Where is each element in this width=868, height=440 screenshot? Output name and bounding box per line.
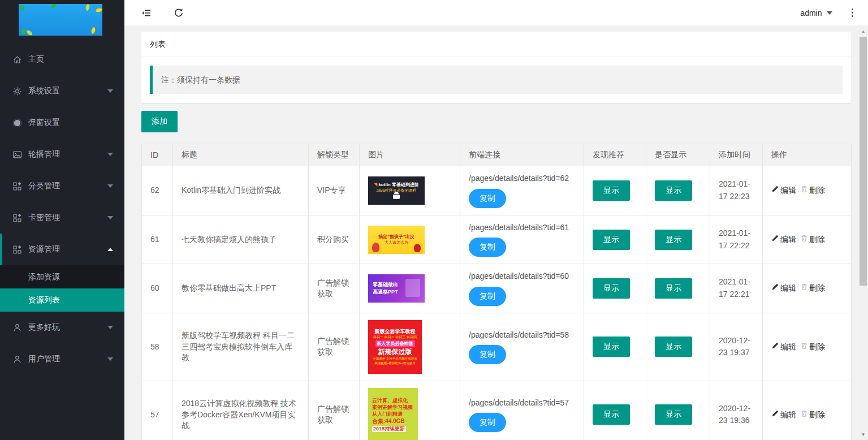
edit-button[interactable]: 编辑 [771, 409, 796, 421]
kotlin-course-cover: kotlin 零基础到进阶Java程序员必备的课程 [368, 176, 425, 205]
unlock-type-cell: 广告解锁获取 [309, 313, 360, 381]
frontend-link: /pages/details/details?tid=58 [469, 330, 575, 341]
frontend-link-cell: /pages/details/details?tid=62复制 [460, 166, 584, 215]
scroll-up-icon[interactable]: ▲ [858, 27, 868, 36]
feature-recommend-cell: 显示 [584, 264, 646, 313]
sidebar-item-label: 分类管理 [28, 181, 60, 191]
sidebar-item-3[interactable]: 轮播管理 [0, 139, 124, 170]
sidebar-item-8[interactable]: 用户管理 [0, 343, 124, 375]
refresh-icon[interactable] [174, 8, 184, 18]
delete-button[interactable]: 删除 [800, 342, 825, 353]
scroll-down-icon[interactable]: ▼ [858, 430, 868, 439]
trash-icon [800, 185, 809, 196]
driving-course-cover: 新版全套学车教程科目一 科目二 科目三 科目四新人学员必备神器新规保过版全国通用… [368, 320, 422, 374]
sidebar-item-2[interactable]: 弹窗设置 [0, 107, 124, 139]
added-time-cell: 2020-12-23 19:37 [710, 313, 763, 381]
circle-icon [12, 118, 22, 128]
sidebar-submenu: 添加资源资源列表 [0, 265, 124, 312]
sidebar-item-label: 资源管理 [28, 244, 60, 254]
delete-button[interactable]: 删除 [800, 234, 825, 245]
frontend-link: /pages/details/details?tid=60 [469, 271, 575, 282]
add-button[interactable]: 添加 [141, 111, 178, 132]
feature-show-button[interactable]: 显示 [593, 404, 630, 425]
added-time-cell: 2020-12-23 19:36 [710, 381, 763, 440]
table-row: 58新版驾校学车视频教程 科目一二三四驾考宝典模拟软件倒车入库教广告解锁获取新版… [142, 313, 852, 381]
copy-button[interactable]: 复制 [469, 345, 506, 364]
table-row: 61七天教你搞定烦人的熊孩子积分购买搞定"熊孩子"出没大人该怎么办/pages/… [142, 215, 852, 264]
feature-recommend-cell: 显示 [584, 215, 646, 264]
added-time-cell: 2021-01-17 22:23 [710, 166, 763, 215]
feature-show-button[interactable]: 显示 [593, 337, 630, 357]
grid-icon [12, 213, 22, 223]
grid-icon [12, 245, 22, 254]
edit-button[interactable]: 编辑 [771, 283, 796, 294]
feature-show-button[interactable]: 显示 [593, 230, 630, 250]
sidebar-item-7[interactable]: 更多好玩 [0, 312, 124, 343]
feature-show-button[interactable]: 显示 [593, 180, 630, 201]
display-show-button[interactable]: 显示 [655, 230, 692, 250]
chevron-down-icon [107, 326, 113, 329]
frontend-link-cell: /pages/details/details?tid=57复制 [460, 381, 584, 440]
table-row: 60教你零基础做出高大上PPT广告解锁获取零基础做出高逼格PPT/pages/d… [142, 264, 852, 313]
submenu-item-1[interactable]: 资源列表 [0, 288, 124, 312]
edit-button[interactable]: 编辑 [771, 185, 796, 196]
feature-show-button[interactable]: 显示 [593, 278, 630, 299]
display-toggle-cell: 显示 [646, 381, 710, 440]
main-area: admin 列表 注：须保持有一条数据 添加 ID标题解锁类型图片前端连接发现推… [124, 0, 868, 440]
trash-icon [800, 342, 809, 353]
more-options-icon[interactable] [849, 7, 856, 19]
content-area: 列表 注：须保持有一条数据 添加 ID标题解锁类型图片前端连接发现推荐是否显示添… [124, 25, 868, 440]
resource-table: ID标题解锁类型图片前端连接发现推荐是否显示添加时间操作 62Kotlin零基础… [141, 144, 851, 440]
delete-button[interactable]: 删除 [800, 185, 825, 196]
image-cell: 云计算、虚拟化案例讲解学习视频从入门到精通合集:44.0GB2018持续更新 [360, 381, 460, 440]
list-card: 列表 注：须保持有一条数据 [141, 32, 851, 103]
column-header: 是否显示 [646, 144, 710, 166]
scrollbar-thumb[interactable] [860, 37, 867, 286]
sidebar-item-4[interactable]: 分类管理 [0, 170, 124, 202]
user-menu[interactable]: admin [800, 8, 832, 18]
submenu-item-0[interactable]: 添加资源 [0, 265, 124, 288]
copy-button[interactable]: 复制 [469, 413, 506, 432]
android-robot-icon [393, 195, 400, 199]
pencil-icon [771, 234, 780, 245]
row-id-cell: 62 [142, 166, 173, 215]
gear-icon [12, 87, 22, 96]
row-id-cell: 57 [142, 381, 173, 440]
column-header: 解锁类型 [309, 144, 360, 166]
delete-button[interactable]: 删除 [800, 283, 825, 294]
operations-cell: 编辑删除 [763, 264, 852, 313]
delete-button[interactable]: 删除 [800, 409, 825, 421]
pencil-icon [771, 409, 780, 421]
column-header: 图片 [360, 144, 460, 166]
sidebar-item-5[interactable]: 卡密管理 [0, 202, 124, 234]
sidebar-item-0[interactable]: 主页 [0, 44, 124, 75]
kids-course-cover: 搞定"熊孩子"出没大人该怎么办 [368, 226, 425, 254]
display-toggle-cell: 显示 [646, 313, 710, 381]
user-icon [12, 355, 22, 364]
copy-button[interactable]: 复制 [469, 189, 506, 208]
image-icon [12, 150, 22, 159]
vertical-scrollbar[interactable]: ▲ ▼ [858, 25, 868, 440]
display-show-button[interactable]: 显示 [655, 404, 692, 425]
sidebar-item-label: 用户管理 [28, 354, 60, 364]
column-header: 操作 [763, 144, 852, 166]
display-show-button[interactable]: 显示 [655, 337, 692, 357]
column-header: 添加时间 [710, 144, 763, 166]
sidebar-item-label: 轮播管理 [28, 149, 60, 159]
copy-button[interactable]: 复制 [469, 238, 506, 257]
edit-button[interactable]: 编辑 [771, 342, 796, 353]
home-icon [12, 55, 22, 64]
frontend-link: /pages/details/details?tid=62 [469, 173, 575, 184]
display-show-button[interactable]: 显示 [655, 278, 692, 299]
copy-button[interactable]: 复制 [469, 287, 506, 306]
app-logo [19, 4, 102, 36]
row-title-cell: 教你零基础做出高大上PPT [173, 264, 309, 313]
edit-button[interactable]: 编辑 [771, 234, 796, 245]
frontend-link-cell: /pages/details/details?tid=58复制 [460, 313, 584, 381]
display-show-button[interactable]: 显示 [655, 180, 692, 201]
collapse-sidebar-icon[interactable] [141, 8, 152, 18]
row-title-cell: 七天教你搞定烦人的熊孩子 [173, 215, 309, 264]
table-header-row: ID标题解锁类型图片前端连接发现推荐是否显示添加时间操作 [142, 144, 852, 166]
sidebar-item-6[interactable]: 资源管理 [0, 234, 124, 265]
sidebar-item-1[interactable]: 系统设置 [0, 75, 124, 107]
